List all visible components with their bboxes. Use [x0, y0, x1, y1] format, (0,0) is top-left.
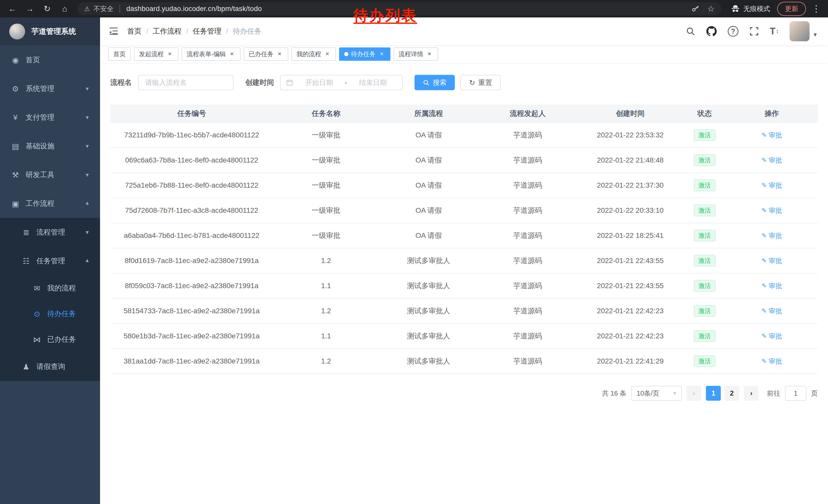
caret-down-icon[interactable]: ▾	[814, 31, 817, 38]
sidebar-item-todo-task[interactable]: ⊙待办任务	[0, 301, 100, 327]
back-icon[interactable]: ←	[6, 2, 19, 15]
tab-label: 已办任务	[249, 50, 274, 58]
edit-icon: ✎	[761, 358, 767, 365]
logo-avatar	[9, 24, 25, 40]
sidebar-item-task-mgmt[interactable]: ☷任务管理▾	[0, 246, 100, 275]
sidebar-toggle-icon[interactable]	[100, 26, 127, 37]
approve-link[interactable]: ✎审批	[761, 332, 782, 341]
tab-done-task[interactable]: 已办任务×	[244, 47, 288, 61]
sidebar-item-leave-query[interactable]: ♟请假查询	[0, 352, 100, 381]
approve-link[interactable]: ✎审批	[761, 131, 782, 140]
text-size-icon[interactable]: T↕	[770, 26, 779, 37]
search-button[interactable]: 搜索	[415, 75, 455, 90]
sidebar-item-payment[interactable]: ¥支付管理▾	[0, 103, 100, 132]
page-button-2[interactable]: 2	[724, 386, 739, 401]
sidebar-item-process-mgmt[interactable]: ≣流程管理▾	[0, 218, 100, 246]
sidebar-item-label: 任务管理	[36, 256, 65, 266]
approve-link[interactable]: ✎审批	[761, 256, 782, 265]
search-icon[interactable]	[686, 27, 695, 36]
browser-menu-icon[interactable]: ⋮	[810, 3, 822, 14]
cell-text: 069c6a63-7b8a-11ec-8ef0-acde48001122	[125, 156, 258, 164]
close-icon[interactable]: ×	[228, 50, 236, 58]
cell-name: 一级审批	[273, 223, 379, 248]
close-icon[interactable]: ×	[378, 50, 385, 58]
forward-icon[interactable]: →	[23, 2, 36, 15]
chevron-down-icon: ▾	[86, 114, 89, 121]
breadcrumb-item[interactable]: 工作流程	[153, 27, 181, 36]
status-badge: 激活	[694, 330, 715, 342]
tab-my-process[interactable]: 我的流程×	[291, 47, 336, 61]
cell-text: a6aba0a4-7b6d-11ec-b781-acde48001122	[124, 231, 259, 239]
edit-icon: ✎	[761, 132, 767, 139]
tab-todo-task[interactable]: 待办任务×	[339, 47, 390, 61]
sidebar-item-my-process[interactable]: ✉我的流程	[0, 275, 100, 301]
close-icon[interactable]: ×	[166, 50, 173, 58]
tab-form-edit[interactable]: 流程表单-编辑×	[181, 47, 241, 61]
edit-icon: ✎	[761, 332, 767, 340]
cell-text: 1.2	[321, 307, 331, 315]
close-icon[interactable]: ×	[276, 50, 283, 58]
approve-link[interactable]: ✎审批	[761, 231, 782, 240]
goto-page-input[interactable]: 1	[785, 386, 806, 401]
process-name-input[interactable]: 请输入流程名	[138, 75, 234, 90]
cell-id: 725a1eb6-7b88-11ec-8ef0-acde48001122	[110, 173, 273, 198]
cell-action: ✎审批	[726, 198, 818, 223]
home-icon[interactable]: ⌂	[58, 2, 71, 15]
breadcrumb-item[interactable]: 首页	[127, 27, 141, 36]
bookmark-star-icon[interactable]: ☆	[707, 4, 715, 13]
page-size-select[interactable]: 10条/页 ▾	[631, 386, 682, 401]
next-page-button[interactable]: ›	[744, 386, 759, 401]
github-icon[interactable]	[706, 26, 717, 37]
app-logo[interactable]: 芋道管理系统	[0, 17, 100, 46]
cell-status: 激活	[683, 248, 726, 273]
breadcrumb-separator: /	[146, 27, 148, 35]
start-date-placeholder: 开始日期	[295, 78, 343, 87]
approve-link[interactable]: ✎审批	[761, 307, 782, 316]
column-header: 操作	[726, 104, 818, 123]
page-unit-label: 页	[811, 389, 818, 398]
approve-link[interactable]: ✎审批	[761, 181, 782, 190]
sidebar-item-workflow[interactable]: ▣工作流程▾	[0, 189, 100, 218]
reload-icon[interactable]: ↻	[41, 2, 54, 15]
sidebar-item-label: 流程管理	[36, 227, 65, 237]
sidebar-item-done-task[interactable]: ⋈已办任务	[0, 327, 100, 352]
user-avatar[interactable]	[790, 21, 810, 41]
cell-text: OA 请假	[416, 131, 442, 139]
tab-home[interactable]: 首页	[108, 47, 131, 61]
prev-page-button[interactable]: ‹	[687, 386, 701, 401]
breadcrumb-item[interactable]: 任务管理	[193, 27, 222, 36]
page-button-1[interactable]: 1	[706, 386, 721, 401]
cell-text: 芋道源码	[513, 357, 542, 365]
approve-link[interactable]: ✎审批	[761, 156, 782, 165]
key-icon[interactable]	[691, 4, 700, 13]
cell-text: 测试多审批人	[407, 332, 450, 340]
approve-label: 审批	[769, 281, 782, 290]
update-button[interactable]: 更新	[777, 2, 806, 16]
cell-text: 75d72608-7b7f-11ec-a3c8-acde48001122	[125, 207, 258, 214]
date-range-picker[interactable]: 开始日期 - 结束日期	[280, 75, 403, 90]
sidebar-item-infra[interactable]: ▤基础设施▾	[0, 132, 100, 161]
approve-link[interactable]: ✎审批	[761, 357, 782, 366]
close-icon[interactable]: ×	[426, 50, 433, 58]
tab-start-process[interactable]: 发起流程×	[134, 47, 178, 61]
close-icon[interactable]: ×	[324, 50, 331, 58]
active-tab-dot	[344, 52, 348, 56]
help-icon[interactable]: ?	[728, 26, 739, 37]
reset-button[interactable]: ↻ 重置	[460, 75, 501, 90]
fullscreen-icon[interactable]	[749, 27, 759, 36]
approve-label: 审批	[769, 206, 782, 215]
approve-link[interactable]: ✎审批	[761, 206, 782, 215]
table-row: 8f0d1619-7ac8-11ec-a9e2-a2380e71991a1.2测…	[110, 248, 818, 273]
sidebar-item-devtools[interactable]: ⚒研发工具▾	[0, 161, 100, 189]
sidebar-item-home[interactable]: ◉首页	[0, 46, 100, 74]
sidebar-item-label: 请假查询	[36, 362, 65, 371]
sidebar-item-system[interactable]: ⚙系统管理▾	[0, 74, 100, 103]
cell-text: 测试多审批人	[407, 307, 450, 315]
not-secure-warning-icon: ⚠	[84, 5, 90, 12]
cell-text: 一级审批	[312, 181, 340, 189]
approve-link[interactable]: ✎审批	[761, 281, 782, 290]
pagination: 共 16 条 10条/页 ▾ ‹ 12 › 前往 1 页	[110, 386, 818, 416]
incognito-icon	[731, 4, 740, 13]
tab-process-detail[interactable]: 流程详情×	[394, 47, 438, 61]
annotation-text: 待办列表	[354, 6, 417, 26]
